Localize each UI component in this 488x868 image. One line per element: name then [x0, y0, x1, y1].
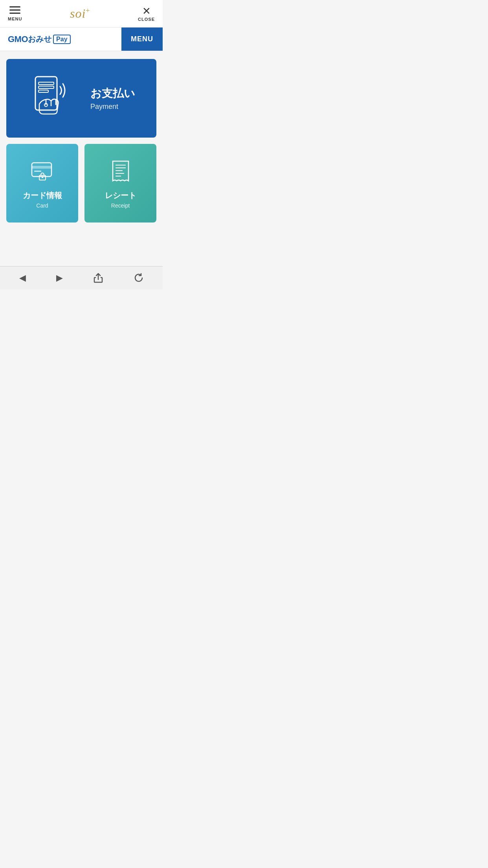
svg-rect-10: [34, 171, 41, 172]
close-button[interactable]: ✕ CLOSE: [138, 6, 155, 22]
top-nav-bar: MENU soi+ ✕ CLOSE: [0, 0, 163, 28]
svg-rect-9: [32, 166, 51, 169]
hamburger-line-3: [9, 13, 20, 14]
svg-rect-2: [39, 86, 54, 88]
forward-button[interactable]: ▶: [50, 271, 69, 285]
receipt-icon: [107, 158, 134, 186]
card-info-card[interactable]: カード情報 Card: [6, 144, 78, 223]
back-button[interactable]: ◀: [13, 271, 32, 285]
forward-icon: ▶: [56, 273, 63, 283]
svg-rect-1: [39, 82, 54, 85]
hamburger-line-1: [9, 6, 20, 7]
share-button[interactable]: [87, 271, 110, 285]
card-info-subtitle: Card: [36, 202, 48, 209]
payment-text: お支払い Payment: [90, 86, 135, 111]
close-label: CLOSE: [138, 17, 155, 22]
omise-text: おみせ: [28, 34, 51, 44]
sub-menu-label: MENU: [131, 35, 153, 43]
app-logo: soi+: [70, 6, 90, 21]
menu-label: MENU: [8, 17, 22, 21]
svg-rect-0: [35, 77, 57, 110]
svg-point-12: [42, 177, 43, 178]
payment-subtitle: Payment: [90, 103, 135, 111]
payment-card[interactable]: お支払い Payment: [6, 59, 156, 138]
back-icon: ◀: [19, 273, 26, 283]
card-row: カード情報 Card レシート Receipt: [6, 144, 156, 223]
refresh-icon: [134, 273, 144, 283]
hamburger-line-2: [9, 9, 20, 11]
gmo-text: GMO: [8, 34, 28, 44]
card-info-icon: [29, 158, 56, 186]
sub-menu-button[interactable]: MENU: [121, 28, 163, 51]
menu-button[interactable]: MENU: [8, 6, 22, 21]
close-icon: ✕: [142, 6, 151, 16]
pay-badge: Pay: [53, 35, 70, 44]
receipt-title: レシート: [105, 190, 136, 201]
gmo-logo-area: GMO おみせ Pay: [0, 28, 121, 51]
svg-rect-3: [39, 90, 48, 92]
share-icon: [93, 273, 103, 283]
bottom-toolbar: ◀ ▶: [0, 266, 163, 289]
card-info-title: カード情報: [23, 190, 62, 201]
receipt-card[interactable]: レシート Receipt: [84, 144, 156, 223]
main-content: お支払い Payment カード情報 Card: [0, 51, 163, 266]
payment-icon: [28, 73, 79, 124]
receipt-subtitle: Receipt: [111, 202, 130, 209]
sub-header: GMO おみせ Pay MENU: [0, 28, 163, 51]
payment-title: お支払い: [90, 86, 135, 101]
refresh-button[interactable]: [127, 271, 150, 285]
svg-rect-8: [32, 163, 51, 177]
